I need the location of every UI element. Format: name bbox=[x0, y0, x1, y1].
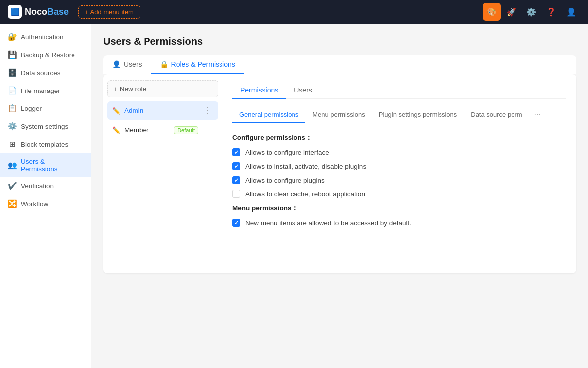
main-layout: 🔐 Authentication 💾 Backup & Restore 🗄️ D… bbox=[0, 24, 588, 368]
sidebar-item-label: Verification bbox=[21, 183, 54, 190]
sidebar: 🔐 Authentication 💾 Backup & Restore 🗄️ D… bbox=[0, 24, 91, 368]
checkbox-clear-cache[interactable] bbox=[232, 190, 240, 198]
sidebar-item-users-permissions[interactable]: 👥 Users & Permissions bbox=[0, 153, 91, 177]
tab-permissions[interactable]: Permissions bbox=[232, 82, 286, 99]
sidebar-item-file-manager[interactable]: 📄 File manager bbox=[0, 82, 91, 99]
role-member-label: Member bbox=[124, 126, 149, 134]
tab-role-users[interactable]: Users bbox=[286, 82, 320, 99]
logger-icon: 📋 bbox=[8, 104, 17, 113]
role-item-member[interactable]: ✏️ Member Default ⋮ bbox=[107, 121, 218, 139]
perm-label-new-menu: New menu items are allowed to be accesse… bbox=[245, 219, 411, 227]
perm-label-install-plugins: Allows to install, activate, disable plu… bbox=[245, 163, 366, 170]
sidebar-item-block-templates[interactable]: ⊞ Block templates bbox=[0, 135, 91, 153]
role-item-member-left: ✏️ Member bbox=[112, 126, 149, 134]
perm-item-clear-cache: Allows to clear cache, reboot applicatio… bbox=[232, 190, 566, 198]
sidebar-item-workflow[interactable]: 🔀 Workflow bbox=[0, 195, 91, 213]
perm-label-clear-cache: Allows to clear cache, reboot applicatio… bbox=[245, 190, 365, 198]
datasources-icon: 🗄️ bbox=[8, 68, 17, 77]
perm-item-install-plugins: Allows to install, activate, disable plu… bbox=[232, 162, 566, 170]
sidebar-item-backup-restore[interactable]: 💾 Backup & Restore bbox=[0, 46, 91, 64]
logo: 🟦 NocoBase bbox=[8, 5, 69, 19]
role-admin-label: Admin bbox=[124, 107, 143, 114]
users-icon: 👥 bbox=[8, 161, 17, 170]
perm-label-configure-interface: Allows to configure interface bbox=[245, 149, 329, 156]
verification-icon: ✔️ bbox=[8, 182, 17, 190]
paint-icon-btn[interactable]: 🎨 bbox=[483, 3, 501, 21]
sidebar-item-label: File manager bbox=[21, 87, 60, 94]
sidebar-item-label: Block templates bbox=[21, 141, 68, 148]
member-role-icon: ✏️ bbox=[112, 126, 121, 134]
perm-tab-general[interactable]: General permissions bbox=[232, 107, 305, 123]
configure-section-title: Configure permissions： bbox=[232, 133, 566, 142]
file-icon: 📄 bbox=[8, 86, 17, 95]
navbar-actions: 🎨 🚀 ⚙️ ❓ 👤 bbox=[483, 3, 580, 21]
roles-list: + New role ✏️ Admin ⋮ ✏️ Member bbox=[103, 74, 222, 273]
perm-tabs: General permissions Menu permissions Plu… bbox=[232, 107, 566, 123]
lock-icon: 🔒 bbox=[160, 60, 168, 68]
sidebar-item-data-sources[interactable]: 🗄️ Data sources bbox=[0, 64, 91, 82]
sidebar-item-label: Logger bbox=[21, 105, 42, 112]
perm-item-configure-interface: Allows to configure interface bbox=[232, 148, 566, 156]
perm-label-configure-plugins: Allows to configure plugins bbox=[245, 177, 325, 184]
checkbox-configure-plugins[interactable] bbox=[232, 176, 240, 184]
sidebar-item-authentication[interactable]: 🔐 Authentication bbox=[0, 28, 91, 46]
perm-item-configure-plugins: Allows to configure plugins bbox=[232, 176, 566, 184]
authentication-icon: 🔐 bbox=[8, 32, 17, 41]
sidebar-item-label: Users & Permissions bbox=[21, 158, 83, 173]
tab-roles-label: Roles & Permissions bbox=[171, 60, 235, 68]
help-icon-btn[interactable]: ❓ bbox=[542, 3, 560, 21]
admin-more-button[interactable]: ⋮ bbox=[201, 106, 213, 115]
sidebar-item-verification[interactable]: ✔️ Verification bbox=[0, 177, 91, 195]
admin-role-icon: ✏️ bbox=[112, 107, 121, 115]
role-details: Permissions Users General permissions Me… bbox=[222, 74, 576, 273]
menu-section-title: Menu permissions： bbox=[232, 204, 566, 213]
rocket-icon-btn[interactable]: 🚀 bbox=[503, 3, 520, 21]
workflow-icon: 🔀 bbox=[8, 199, 17, 208]
sidebar-item-logger[interactable]: 📋 Logger bbox=[0, 99, 91, 117]
system-icon: ⚙️ bbox=[8, 122, 17, 131]
role-item-admin-left: ✏️ Admin bbox=[112, 107, 143, 115]
perm-tab-plugin[interactable]: Plugin settings permissions bbox=[372, 107, 464, 123]
main-content: Users & Permissions 👤 Users 🔒 Roles & Pe… bbox=[91, 24, 588, 368]
checkbox-install-plugins[interactable] bbox=[232, 162, 240, 170]
settings-icon-btn[interactable]: ⚙️ bbox=[522, 3, 540, 21]
blocks-icon: ⊞ bbox=[8, 140, 17, 149]
perm-tabs-more-button[interactable]: ··· bbox=[531, 110, 544, 119]
new-role-button[interactable]: + New role bbox=[107, 80, 218, 97]
sidebar-item-label: Workflow bbox=[21, 200, 48, 208]
checkbox-configure-interface[interactable] bbox=[232, 148, 240, 156]
checkbox-new-menu[interactable] bbox=[232, 219, 240, 227]
perm-tab-menu[interactable]: Menu permissions bbox=[305, 107, 372, 123]
add-menu-button[interactable]: + Add menu item bbox=[78, 5, 140, 19]
perm-item-new-menu: New menu items are allowed to be accesse… bbox=[232, 219, 566, 227]
logo-icon: 🟦 bbox=[8, 5, 22, 19]
navbar: 🟦 NocoBase + Add menu item 🎨 🚀 ⚙️ ❓ 👤 bbox=[0, 0, 588, 24]
tab-users-label: Users bbox=[124, 60, 142, 68]
logo-text: NocoBase bbox=[25, 7, 69, 17]
tab-roles-permissions[interactable]: 🔒 Roles & Permissions bbox=[151, 55, 244, 74]
default-badge: Default bbox=[174, 126, 198, 134]
sidebar-item-label: System settings bbox=[21, 123, 68, 130]
backup-icon: 💾 bbox=[8, 50, 17, 59]
page-title: Users & Permissions bbox=[103, 36, 576, 47]
user-icon-btn[interactable]: 👤 bbox=[562, 3, 580, 21]
sidebar-item-label: Authentication bbox=[21, 33, 64, 41]
tab-users[interactable]: 👤 Users bbox=[103, 55, 151, 74]
sidebar-item-system-settings[interactable]: ⚙️ System settings bbox=[0, 117, 91, 135]
perm-tab-datasource[interactable]: Data source perm bbox=[464, 107, 529, 123]
sidebar-item-label: Backup & Restore bbox=[21, 51, 75, 59]
inner-tabs: Permissions Users bbox=[232, 82, 566, 99]
user-tab-icon: 👤 bbox=[112, 60, 121, 68]
role-item-admin[interactable]: ✏️ Admin ⋮ bbox=[107, 101, 218, 120]
content-card: + New role ✏️ Admin ⋮ ✏️ Member bbox=[103, 74, 576, 273]
sidebar-item-label: Data sources bbox=[21, 69, 61, 77]
